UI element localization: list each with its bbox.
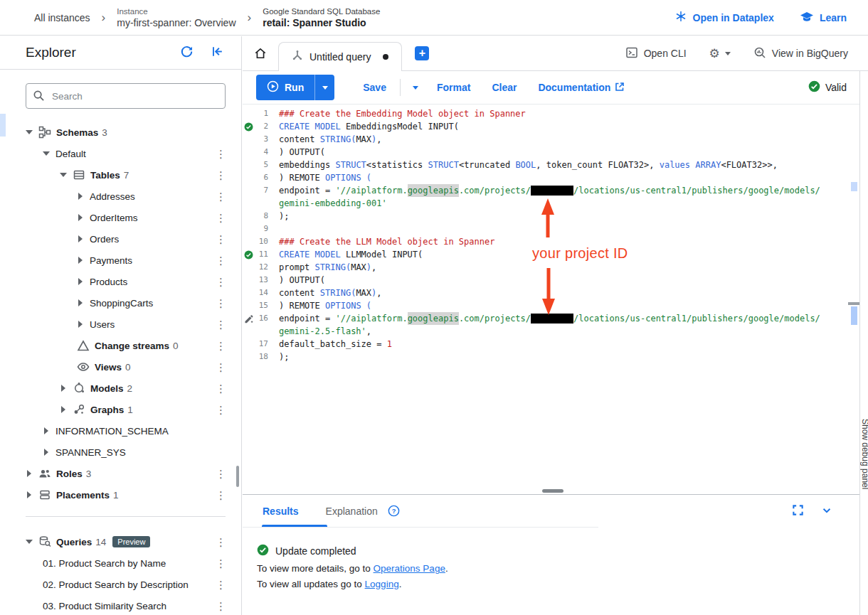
code-line[interactable]: 18); [243,351,847,363]
code-line[interactable]: 2CREATE MODEL EmbeddingsModel INPUT( [243,120,847,133]
kebab-menu-icon[interactable]: ⋮ [216,277,224,287]
kebab-menu-icon[interactable]: ⋮ [216,191,224,202]
kebab-menu-icon[interactable]: ⋮ [216,537,224,547]
collapse-results-icon[interactable] [821,505,832,519]
clear-button[interactable]: Clear [492,82,517,93]
kebab-menu-icon[interactable]: ⋮ [216,149,224,159]
code-line[interactable]: 14content STRING(MAX), [243,287,847,299]
kebab-menu-icon[interactable]: ⋮ [216,255,224,266]
tree-item-02-product-search-by-description[interactable]: 02. Product Search by Description⋮ [0,574,241,595]
code-line[interactable]: 9 [243,223,847,235]
tree-item-default[interactable]: Default⋮ [0,143,241,164]
collapse-panel-icon[interactable] [211,45,224,61]
tree-item-placements[interactable]: Placements1⋮ [0,484,241,506]
tree-item-shoppingcarts[interactable]: ShoppingCarts⋮ [0,292,241,314]
code-line[interactable]: 7endpoint = '//aiplatform.googleapis.com… [243,184,847,197]
tree-collapse-arrow-icon[interactable] [26,540,33,544]
tree-collapse-arrow-icon[interactable] [43,151,50,156]
tree-expand-arrow-icon[interactable] [60,385,67,392]
sidebar-scrollbar[interactable] [236,466,239,487]
tree-item-payments[interactable]: Payments⋮ [0,250,241,271]
tree-expand-arrow-icon[interactable] [26,491,33,498]
tab-explanation[interactable]: Explanation [326,506,378,517]
breadcrumb-database[interactable]: Google Standard SQL Database retail: Spa… [263,6,380,29]
code-line[interactable]: 8); [243,210,847,223]
code-line[interactable]: 5embeddings STRUCT<statistics STRUCT<tru… [243,159,847,171]
save-options-dropdown[interactable] [413,86,418,90]
code-line[interactable]: 15) REMOTE OPTIONS ( [243,299,847,312]
tree-expand-arrow-icon[interactable] [60,406,67,413]
tree-item-information-schema[interactable]: INFORMATION_SCHEMA [0,420,241,442]
tree-expand-arrow-icon[interactable] [43,449,50,456]
tree-item-graphs[interactable]: Graphs1⋮ [0,399,241,420]
code-line[interactable]: 13) OUTPUT( [243,274,847,287]
code-line[interactable]: 1### Create the Embedding Model object i… [243,107,847,120]
kebab-menu-icon[interactable]: ⋮ [216,213,224,223]
panel-resize-handle[interactable] [542,489,563,493]
tree-item-models[interactable]: Models2⋮ [0,378,241,399]
kebab-menu-icon[interactable]: ⋮ [216,170,224,181]
tree-item-orderitems[interactable]: OrderItems⋮ [0,207,241,228]
documentation-link[interactable]: Documentation [538,82,625,94]
tree-expand-arrow-icon[interactable] [77,278,84,285]
refresh-icon[interactable] [180,45,194,61]
open-in-dataplex-button[interactable]: Open in Dataplex [674,10,774,25]
code-line[interactable]: 3content STRING(MAX), [243,133,847,146]
edit-suggestion-icon[interactable] [243,314,255,324]
kebab-menu-icon[interactable]: ⋮ [216,298,224,309]
tree-item-schemas[interactable]: Schemas3 [0,122,241,143]
code-line[interactable]: 16endpoint = '//aiplatform.googleapis.co… [243,312,847,325]
logging-link[interactable]: Logging [365,579,399,589]
code-line[interactable]: 6) REMOTE OPTIONS ( [243,171,847,184]
run-options-dropdown[interactable] [314,75,334,100]
tree-expand-arrow-icon[interactable] [77,193,84,200]
view-in-bigquery-button[interactable]: View in BigQuery [753,46,848,61]
tab-untitled-query[interactable]: Untitled query [278,42,402,71]
kebab-menu-icon[interactable]: ⋮ [216,601,224,611]
tree-item-03-product-similarity-search[interactable]: 03. Product Similarity Search⋮ [0,595,241,615]
tree-collapse-arrow-icon[interactable] [60,173,67,177]
save-button[interactable]: Save [363,82,386,93]
tree-collapse-arrow-icon[interactable] [26,130,33,134]
kebab-menu-icon[interactable]: ⋮ [216,383,224,394]
kebab-menu-icon[interactable]: ⋮ [216,234,224,245]
editor-scrollbar[interactable] [851,306,857,325]
code-line[interactable]: 4) OUTPUT( [243,146,847,159]
kebab-menu-icon[interactable]: ⋮ [216,469,224,479]
kebab-menu-icon[interactable]: ⋮ [216,362,224,373]
operations-page-link[interactable]: Operations Page [374,563,445,574]
tree-item-users[interactable]: Users⋮ [0,314,241,335]
kebab-menu-icon[interactable]: ⋮ [216,579,224,590]
tab-results[interactable]: Results [263,506,299,517]
fullscreen-icon[interactable] [792,504,804,519]
home-tab-button[interactable] [243,46,278,60]
breadcrumb-instance[interactable]: Instance my-first-spanner: Overview [117,6,235,29]
new-tab-button[interactable]: + [415,46,429,60]
search-input[interactable] [26,83,226,109]
kebab-menu-icon[interactable]: ⋮ [216,558,224,569]
format-button[interactable]: Format [437,82,470,93]
run-button[interactable]: Run [256,75,314,100]
tree-item-queries[interactable]: Queries14Preview⋮ [0,531,241,552]
kebab-menu-icon[interactable]: ⋮ [216,319,224,330]
code-line[interactable]: gemini-embedding-001' [243,197,847,210]
tree-item-addresses[interactable]: Addresses⋮ [0,186,241,207]
tree-item-orders[interactable]: Orders⋮ [0,228,241,250]
code-line[interactable]: 12prompt STRING(MAX), [243,261,847,274]
code-line[interactable]: 11CREATE MODEL LLMModel INPUT( [243,248,847,261]
tree-item-tables[interactable]: Tables7⋮ [0,164,241,186]
tree-item-views[interactable]: Views0⋮ [0,356,241,378]
tree-item-change-streams[interactable]: Change streams0⋮ [0,335,241,356]
tree-expand-arrow-icon[interactable] [77,299,84,306]
query-settings-dropdown[interactable]: ⚙ [709,48,731,60]
tree-item-spanner-sys[interactable]: SPANNER_SYS [0,442,241,463]
kebab-menu-icon[interactable]: ⋮ [216,490,224,501]
open-cli-button[interactable]: Open CLI [625,46,687,61]
tree-expand-arrow-icon[interactable] [77,257,84,264]
tree-expand-arrow-icon[interactable] [77,235,84,242]
breadcrumb-all-instances[interactable]: All instances [34,12,90,23]
sql-editor[interactable]: 1### Create the Embedding Model object i… [243,105,859,494]
learn-button[interactable]: Learn [800,10,847,25]
tree-expand-arrow-icon[interactable] [77,214,84,221]
tree-item-01-product-search-by-name[interactable]: 01. Product Search by Name⋮ [0,552,241,574]
